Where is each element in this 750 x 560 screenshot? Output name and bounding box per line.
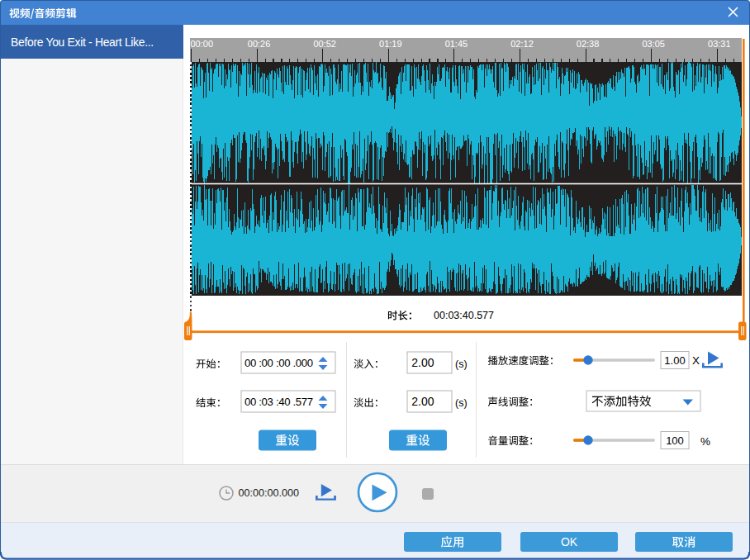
svg-text:01:45: 01:45 [445,39,468,49]
svg-text:1.00: 1.00 [664,354,685,367]
svg-text:00:00: 00:00 [191,39,214,49]
svg-text:(s): (s) [455,358,468,370]
svg-text:Before You Exit - Heart Like..: Before You Exit - Heart Like... [11,36,154,49]
svg-text:00:26: 00:26 [248,39,271,49]
svg-text:2.00: 2.00 [411,395,434,408]
svg-text:01:19: 01:19 [379,39,402,49]
svg-text:03:05: 03:05 [642,39,665,49]
svg-text:100: 100 [666,434,684,447]
svg-text:02:12: 02:12 [510,39,534,49]
svg-text:X: X [692,354,700,367]
svg-text:00 :03 :40 .577: 00 :03 :40 .577 [244,396,313,408]
svg-text:00:52: 00:52 [313,39,336,49]
svg-text:03:31: 03:31 [708,39,731,49]
svg-text:%: % [700,435,710,448]
svg-text:00 :00 :00 .000: 00 :00 :00 .000 [244,357,313,369]
svg-text:2.00: 2.00 [411,356,434,369]
svg-text:00:03:40.577: 00:03:40.577 [434,310,494,321]
svg-text:00:00:00.000: 00:00:00.000 [239,487,300,499]
svg-text:OK: OK [561,535,578,548]
svg-text:02:38: 02:38 [577,39,600,49]
svg-text:(s): (s) [455,397,468,409]
